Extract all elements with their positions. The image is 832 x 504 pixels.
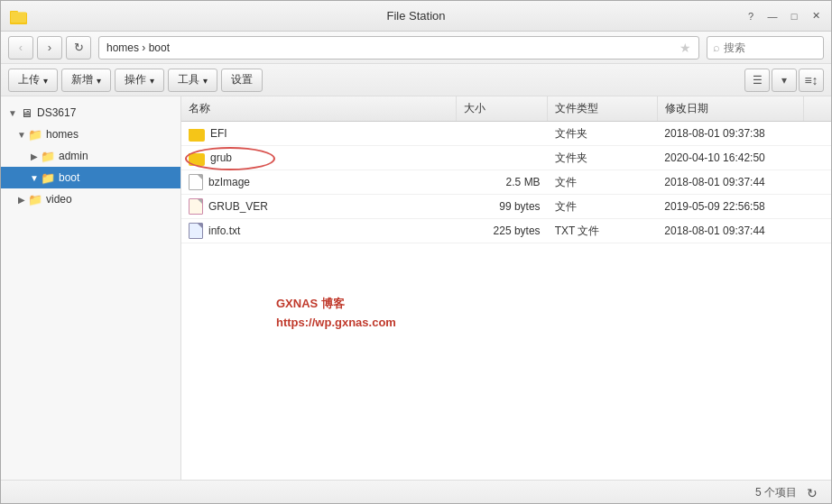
search-icon: ⌕ bbox=[713, 41, 720, 54]
file-icon bbox=[189, 174, 203, 190]
bookmark-star-icon[interactable]: ★ bbox=[679, 41, 691, 55]
sidebar-item-video[interactable]: 📁 video bbox=[1, 188, 180, 210]
settings-label: 设置 bbox=[231, 72, 253, 87]
file-list: GXNAS 博客 https://wp.gxnas.com 名称 大小 文件类型… bbox=[181, 96, 831, 480]
main-layout: 🖥 DS3617 📁 homes 📁 admin 📁 boot bbox=[1, 96, 831, 480]
computer-icon: 🖥 bbox=[19, 105, 33, 120]
file-size-cell: 2.5 MB bbox=[456, 170, 547, 195]
search-box[interactable]: ⌕ bbox=[707, 36, 824, 60]
file-name-label: bzImage bbox=[208, 176, 250, 188]
file-table: 名称 大小 文件类型 修改日期 EFI bbox=[181, 96, 831, 243]
help-button[interactable]: ? bbox=[743, 8, 759, 24]
file-size-cell bbox=[456, 146, 547, 170]
file-name-cell: GRUB_VER bbox=[181, 195, 456, 219]
sidebar-item-ds3617[interactable]: 🖥 DS3617 bbox=[1, 102, 180, 124]
column-header-date[interactable]: 修改日期 bbox=[657, 96, 803, 122]
settings-button[interactable]: 设置 bbox=[221, 69, 263, 92]
sidebar-item-admin[interactable]: 📁 admin bbox=[1, 145, 180, 167]
view-buttons: ☰ ▾ ≡↕ bbox=[744, 69, 824, 92]
refresh-button[interactable]: ↻ bbox=[66, 36, 91, 60]
file-date-cell: 2018-08-01 09:37:44 bbox=[657, 219, 803, 243]
new-button[interactable]: 新增 bbox=[61, 69, 111, 92]
arrow-homes-icon bbox=[15, 128, 28, 141]
file-extra-cell bbox=[804, 170, 831, 195]
new-label: 新增 bbox=[71, 72, 93, 87]
column-header-name[interactable]: 名称 bbox=[181, 96, 456, 122]
tools-chevron-icon bbox=[203, 74, 208, 87]
sidebar-label-boot: boot bbox=[59, 171, 79, 184]
sidebar-label-admin: admin bbox=[59, 150, 88, 162]
upload-button[interactable]: 上传 bbox=[8, 69, 58, 92]
table-row[interactable]: info.txt 225 bytes TXT 文件 2018-08-01 09:… bbox=[181, 219, 831, 243]
file-name-cell: info.txt bbox=[181, 219, 456, 243]
operate-button[interactable]: 操作 bbox=[115, 69, 164, 92]
upload-chevron-icon bbox=[43, 74, 48, 87]
upload-label: 上传 bbox=[18, 72, 40, 87]
table-row[interactable]: EFI 文件夹 2018-08-01 09:37:38 bbox=[181, 122, 831, 146]
view-option-button[interactable]: ▾ bbox=[772, 69, 797, 92]
file-name-label: EFI bbox=[210, 127, 227, 140]
file-name-label: grub bbox=[210, 151, 232, 164]
arrow-admin-icon bbox=[28, 150, 41, 162]
search-input[interactable] bbox=[724, 41, 814, 54]
file-date-cell: 2018-08-01 09:37:44 bbox=[657, 170, 803, 195]
titlebar: File Station ? — □ ✕ bbox=[1, 1, 831, 32]
homes-folder-icon: 📁 bbox=[28, 127, 42, 142]
boot-folder-icon: 📁 bbox=[41, 170, 55, 185]
tools-button[interactable]: 工具 bbox=[168, 69, 217, 92]
address-bar[interactable]: homes › boot ★ bbox=[98, 36, 699, 60]
forward-icon: › bbox=[48, 41, 51, 54]
arrow-video-icon bbox=[15, 193, 28, 206]
file-station-window: File Station ? — □ ✕ ‹ › ↻ homes › boot … bbox=[0, 0, 832, 504]
file-name-label: GRUB_VER bbox=[208, 200, 268, 213]
file-date-cell: 2020-04-10 16:42:50 bbox=[657, 146, 803, 170]
file-type-cell: 文件夹 bbox=[548, 122, 658, 146]
file-date-cell: 2019-05-09 22:56:58 bbox=[657, 195, 803, 219]
admin-folder-icon: 📁 bbox=[41, 149, 55, 163]
file-type-cell: 文件 bbox=[548, 170, 658, 195]
back-button[interactable]: ‹ bbox=[8, 36, 33, 60]
column-header-extra bbox=[804, 96, 831, 122]
watermark-line2: https://wp.gxnas.com bbox=[276, 314, 396, 333]
file-size-cell: 225 bytes bbox=[456, 219, 547, 243]
file-type-cell: 文件夹 bbox=[548, 146, 658, 170]
watermark: GXNAS 博客 https://wp.gxnas.com bbox=[276, 295, 396, 333]
new-chevron-icon bbox=[97, 74, 101, 87]
sidebar-item-boot[interactable]: 📁 boot bbox=[1, 167, 180, 188]
column-header-type[interactable]: 文件类型 bbox=[548, 96, 658, 122]
window-title: File Station bbox=[386, 9, 445, 23]
file-size-cell: 99 bytes bbox=[456, 195, 547, 219]
address-text: homes › boot bbox=[106, 41, 170, 54]
file-type-cell: TXT 文件 bbox=[548, 219, 658, 243]
file-name-cell: bzImage bbox=[181, 170, 456, 195]
table-row[interactable]: GRUB_VER 99 bytes 文件 2019-05-09 22:56:58 bbox=[181, 195, 831, 219]
minimize-button[interactable]: — bbox=[764, 8, 781, 24]
sidebar-item-homes[interactable]: 📁 homes bbox=[1, 124, 180, 145]
item-count: 5 个项目 bbox=[755, 485, 797, 500]
list-view-button[interactable]: ☰ bbox=[744, 69, 770, 92]
svg-rect-2 bbox=[11, 12, 26, 23]
view-option-icon: ▾ bbox=[781, 74, 787, 87]
status-refresh-button[interactable]: ↻ bbox=[804, 485, 820, 501]
sidebar: 🖥 DS3617 📁 homes 📁 admin 📁 boot bbox=[1, 96, 181, 480]
forward-button[interactable]: › bbox=[37, 36, 62, 60]
file-name-cell: EFI bbox=[181, 122, 456, 146]
nav-toolbar: ‹ › ↻ homes › boot ★ ⌕ bbox=[1, 32, 831, 64]
tools-label: 工具 bbox=[178, 72, 199, 87]
table-row[interactable]: grub 文件夹 2020-04-10 16:42:50 bbox=[181, 146, 831, 170]
table-row[interactable]: bzImage 2.5 MB 文件 2018-08-01 09:37:44 bbox=[181, 170, 831, 195]
file-extra-cell bbox=[804, 146, 831, 170]
maximize-button[interactable]: □ bbox=[786, 8, 802, 24]
table-header-row: 名称 大小 文件类型 修改日期 bbox=[181, 96, 831, 122]
file-name-label: info.txt bbox=[208, 225, 240, 237]
sidebar-label-video: video bbox=[46, 193, 72, 206]
refresh-icon: ↻ bbox=[74, 41, 84, 54]
column-header-size[interactable]: 大小 bbox=[456, 96, 547, 122]
sort-button[interactable]: ≡↕ bbox=[799, 69, 824, 92]
sidebar-label-homes: homes bbox=[46, 128, 79, 141]
app-icon bbox=[10, 7, 28, 25]
close-button[interactable]: ✕ bbox=[808, 8, 824, 24]
folder-icon bbox=[189, 125, 205, 142]
txt-file-icon bbox=[189, 223, 203, 239]
arrow-ds3617-icon bbox=[6, 106, 19, 119]
